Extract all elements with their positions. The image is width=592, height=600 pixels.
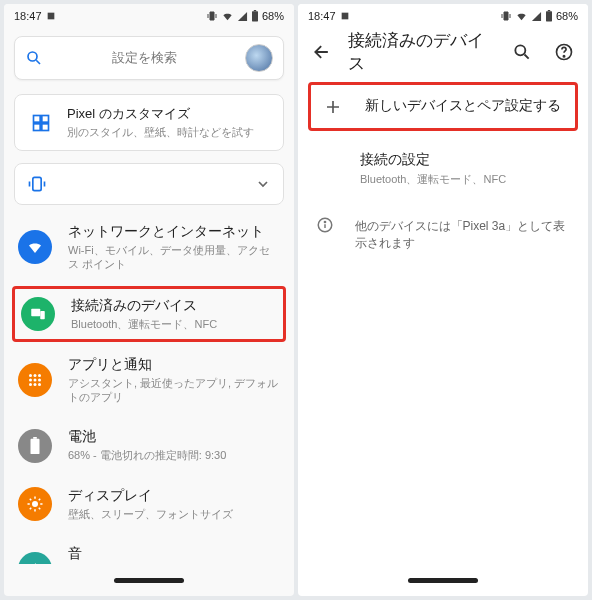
connection-preferences[interactable]: 接続の設定 Bluetooth、運転モード、NFC: [298, 137, 588, 201]
svg-rect-7: [42, 123, 49, 130]
svg-rect-25: [341, 13, 348, 20]
plus-icon: [319, 98, 347, 116]
status-battery: 68%: [556, 10, 578, 22]
volume-icon: [18, 552, 52, 564]
item-sub: 68% - 電池切れの推定時間: 9:30: [68, 448, 280, 462]
svg-rect-27: [548, 10, 550, 11]
svg-rect-8: [33, 177, 41, 190]
signal-icon: [531, 11, 542, 22]
svg-point-11: [29, 374, 32, 377]
svg-point-13: [38, 374, 41, 377]
wifi-icon: [221, 11, 234, 22]
settings-screen: 18:47 68% 設定を検索 Pixel のカスタマイズ 別のスタイル、壁紙、…: [4, 4, 294, 596]
item-title: アプリと通知: [68, 356, 280, 374]
item-sub: 壁紙、スリープ、フォントサイズ: [68, 507, 280, 521]
status-bar: 18:47 68%: [4, 4, 294, 28]
settings-item-apps[interactable]: アプリと通知 アシスタント, 最近使ったアプリ, デフォルトのアプリ: [4, 344, 294, 417]
battery-icon: [545, 10, 553, 22]
device-name-info: 他のデバイスには「Pixel 3a」として表示されます: [298, 201, 588, 266]
item-sub: Wi-Fi、モバイル、データ使用量、アクセス ポイント: [68, 243, 280, 272]
connected-devices-screen: 18:47 68% 接続済みのデバイス: [298, 4, 588, 596]
svg-rect-20: [31, 438, 40, 453]
item-title: ネットワークとインターネット: [68, 223, 280, 241]
expand-card[interactable]: [14, 163, 284, 205]
svg-rect-6: [34, 123, 41, 130]
item-sub: Bluetooth、運転モード、NFC: [71, 317, 277, 331]
svg-point-28: [515, 45, 525, 55]
connected-devices-list: 新しいデバイスとペア設定する 接続の設定 Bluetooth、運転モード、NFC…: [298, 76, 588, 266]
settings-item-display[interactable]: ディスプレイ 壁紙、スリープ、フォントサイズ: [4, 475, 294, 533]
battery-icon: [18, 429, 52, 463]
devices-icon: [21, 297, 55, 331]
svg-rect-4: [34, 115, 41, 122]
highlight-pair-new: 新しいデバイスとペア設定する: [308, 82, 578, 131]
svg-point-17: [29, 383, 32, 386]
settings-item-battery[interactable]: 電池 68% - 電池切れの推定時間: 9:30: [4, 416, 294, 474]
item-title: 接続の設定: [360, 151, 506, 169]
item-title: 接続済みのデバイス: [71, 297, 277, 315]
item-title: 電池: [68, 428, 280, 446]
svg-rect-2: [254, 10, 256, 11]
avatar[interactable]: [245, 44, 273, 72]
search-settings[interactable]: 設定を検索: [14, 36, 284, 80]
svg-rect-1: [252, 11, 258, 21]
vibrate-icon: [27, 174, 47, 194]
status-time: 18:47: [308, 10, 336, 22]
page-title: 接続済みのデバイス: [348, 29, 496, 75]
notification-icon: [46, 11, 56, 21]
brightness-icon: [18, 487, 52, 521]
svg-point-16: [38, 379, 41, 382]
settings-item-sound[interactable]: 音 音量、バイブレーション、サイレント モード: [4, 533, 294, 564]
notification-icon: [340, 11, 350, 21]
settings-item-network[interactable]: ネットワークとインターネット Wi-Fi、モバイル、データ使用量、アクセス ポイ…: [4, 211, 294, 284]
search-button[interactable]: [506, 36, 538, 68]
wifi-icon: [18, 230, 52, 264]
svg-point-30: [563, 56, 564, 57]
card-title: Pixel のカスタマイズ: [67, 105, 254, 123]
status-time: 18:47: [14, 10, 42, 22]
gesture-nav[interactable]: [298, 564, 588, 596]
vibrate-icon: [500, 10, 512, 22]
svg-rect-10: [40, 311, 45, 319]
svg-point-12: [34, 374, 37, 377]
signal-icon: [237, 11, 248, 22]
svg-point-18: [34, 383, 37, 386]
back-button[interactable]: [306, 36, 338, 68]
settings-list: ネットワークとインターネット Wi-Fi、モバイル、データ使用量、アクセス ポイ…: [4, 211, 294, 564]
app-bar: 接続済みのデバイス: [298, 28, 588, 76]
item-title: 新しいデバイスとペア設定する: [365, 97, 561, 115]
wifi-icon: [515, 11, 528, 22]
nav-handle-icon: [114, 578, 184, 583]
svg-point-15: [34, 379, 37, 382]
item-title: 音: [68, 545, 280, 563]
search-icon: [25, 49, 43, 67]
svg-rect-9: [31, 308, 40, 316]
svg-point-32: [325, 221, 326, 222]
settings-item-connected-devices[interactable]: 接続済みのデバイス Bluetooth、運転モード、NFC: [21, 297, 277, 331]
nav-handle-icon: [408, 578, 478, 583]
highlight-connected-devices: 接続済みのデバイス Bluetooth、運転モード、NFC: [12, 286, 286, 342]
item-sub: Bluetooth、運転モード、NFC: [360, 172, 506, 187]
svg-rect-21: [33, 437, 37, 439]
apps-icon: [18, 363, 52, 397]
styles-icon: [27, 113, 55, 133]
chevron-down-icon: [255, 176, 271, 192]
vibrate-icon: [206, 10, 218, 22]
item-title: ディスプレイ: [68, 487, 280, 505]
svg-point-22: [32, 501, 38, 507]
pixel-customize-card[interactable]: Pixel のカスタマイズ 別のスタイル、壁紙、時計などを試す: [14, 94, 284, 151]
search-placeholder: 設定を検索: [43, 49, 245, 67]
info-icon: [314, 216, 337, 234]
svg-point-19: [38, 383, 41, 386]
gesture-nav[interactable]: [4, 564, 294, 596]
help-button[interactable]: [548, 36, 580, 68]
pair-new-device[interactable]: 新しいデバイスとペア設定する: [311, 85, 575, 128]
svg-rect-0: [47, 13, 54, 20]
card-sub: 別のスタイル、壁紙、時計などを試す: [67, 125, 254, 140]
svg-rect-5: [42, 115, 49, 122]
status-battery: 68%: [262, 10, 284, 22]
battery-icon: [251, 10, 259, 22]
svg-point-3: [28, 52, 37, 61]
svg-point-14: [29, 379, 32, 382]
item-sub: アシスタント, 最近使ったアプリ, デフォルトのアプリ: [68, 376, 280, 405]
